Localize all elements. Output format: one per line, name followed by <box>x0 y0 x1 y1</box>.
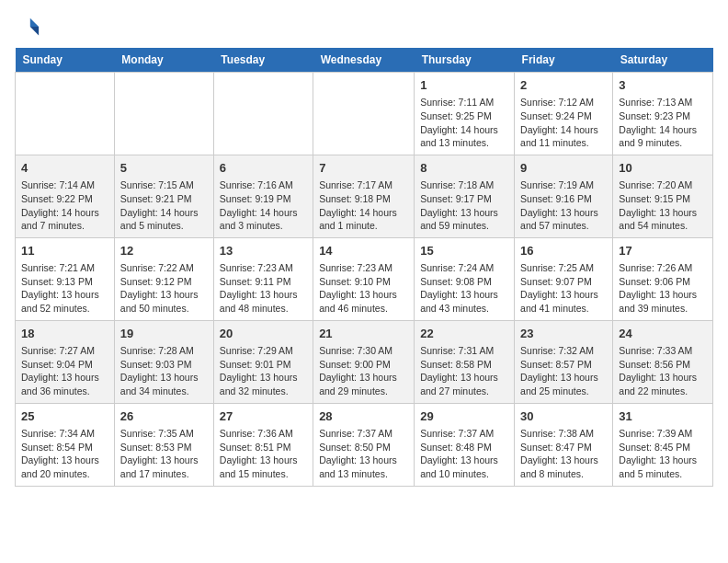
calendar-cell-2-6: 9Sunrise: 7:19 AM Sunset: 9:16 PM Daylig… <box>515 155 613 237</box>
calendar-cell-5-6: 30Sunrise: 7:38 AM Sunset: 8:47 PM Dayli… <box>515 403 613 486</box>
svg-marker-0 <box>30 18 39 27</box>
col-header-thursday: Thursday <box>415 48 515 73</box>
logo <box>15 15 44 40</box>
day-number: 24 <box>619 326 707 342</box>
calendar-cell-1-5: 1Sunrise: 7:11 AM Sunset: 9:25 PM Daylig… <box>415 73 515 155</box>
cell-content: Sunrise: 7:27 AM Sunset: 9:04 PM Dayligh… <box>21 344 108 398</box>
calendar-week-2: 4Sunrise: 7:14 AM Sunset: 9:22 PM Daylig… <box>16 155 713 237</box>
calendar-cell-1-7: 3Sunrise: 7:13 AM Sunset: 9:23 PM Daylig… <box>613 73 713 155</box>
cell-content: Sunrise: 7:11 AM Sunset: 9:25 PM Dayligh… <box>420 96 508 150</box>
calendar-cell-3-2: 12Sunrise: 7:22 AM Sunset: 9:12 PM Dayli… <box>114 237 213 320</box>
cell-content: Sunrise: 7:19 AM Sunset: 9:16 PM Dayligh… <box>520 178 607 233</box>
col-header-tuesday: Tuesday <box>213 48 313 73</box>
calendar-cell-5-4: 28Sunrise: 7:37 AM Sunset: 8:50 PM Dayli… <box>313 403 415 486</box>
day-number: 6 <box>220 160 307 177</box>
cell-content: Sunrise: 7:38 AM Sunset: 8:47 PM Dayligh… <box>520 427 607 481</box>
day-number: 1 <box>420 77 508 94</box>
calendar-cell-1-2 <box>114 73 213 155</box>
day-number: 7 <box>319 160 408 177</box>
calendar-week-4: 18Sunrise: 7:27 AM Sunset: 9:04 PM Dayli… <box>16 320 713 403</box>
cell-content: Sunrise: 7:30 AM Sunset: 9:00 PM Dayligh… <box>319 344 408 398</box>
calendar-cell-3-7: 17Sunrise: 7:26 AM Sunset: 9:06 PM Dayli… <box>613 237 713 320</box>
day-number: 26 <box>120 408 208 425</box>
day-number: 29 <box>420 408 508 425</box>
cell-content: Sunrise: 7:39 AM Sunset: 8:45 PM Dayligh… <box>619 427 707 481</box>
calendar-header-row: SundayMondayTuesdayWednesdayThursdayFrid… <box>16 48 713 73</box>
calendar-cell-4-6: 23Sunrise: 7:32 AM Sunset: 8:57 PM Dayli… <box>515 320 613 403</box>
calendar-cell-2-7: 10Sunrise: 7:20 AM Sunset: 9:15 PM Dayli… <box>613 155 713 237</box>
calendar-cell-5-3: 27Sunrise: 7:36 AM Sunset: 8:51 PM Dayli… <box>213 403 313 486</box>
day-number: 8 <box>420 160 508 177</box>
calendar-cell-5-1: 25Sunrise: 7:34 AM Sunset: 8:54 PM Dayli… <box>16 403 115 486</box>
calendar-cell-1-1 <box>16 73 115 155</box>
day-number: 11 <box>21 243 108 259</box>
calendar-cell-2-5: 8Sunrise: 7:18 AM Sunset: 9:17 PM Daylig… <box>415 155 515 237</box>
cell-content: Sunrise: 7:18 AM Sunset: 9:17 PM Dayligh… <box>420 178 508 233</box>
day-number: 13 <box>220 243 307 259</box>
calendar-cell-4-1: 18Sunrise: 7:27 AM Sunset: 9:04 PM Dayli… <box>16 320 115 403</box>
calendar-cell-3-6: 16Sunrise: 7:25 AM Sunset: 9:07 PM Dayli… <box>515 237 613 320</box>
col-header-friday: Friday <box>515 48 613 73</box>
calendar-cell-5-2: 26Sunrise: 7:35 AM Sunset: 8:53 PM Dayli… <box>114 403 213 486</box>
cell-content: Sunrise: 7:32 AM Sunset: 8:57 PM Dayligh… <box>520 344 607 398</box>
col-header-wednesday: Wednesday <box>313 48 415 73</box>
header <box>15 15 713 40</box>
day-number: 4 <box>21 160 108 177</box>
day-number: 14 <box>319 243 408 259</box>
svg-marker-1 <box>30 27 39 35</box>
cell-content: Sunrise: 7:16 AM Sunset: 9:19 PM Dayligh… <box>220 178 307 233</box>
calendar-cell-4-7: 24Sunrise: 7:33 AM Sunset: 8:56 PM Dayli… <box>613 320 713 403</box>
calendar-week-5: 25Sunrise: 7:34 AM Sunset: 8:54 PM Dayli… <box>16 403 713 486</box>
day-number: 12 <box>120 243 208 259</box>
calendar-cell-2-1: 4Sunrise: 7:14 AM Sunset: 9:22 PM Daylig… <box>16 155 115 237</box>
day-number: 19 <box>120 326 208 342</box>
day-number: 2 <box>520 77 607 94</box>
day-number: 17 <box>619 243 707 259</box>
calendar-cell-4-4: 21Sunrise: 7:30 AM Sunset: 9:00 PM Dayli… <box>313 320 415 403</box>
cell-content: Sunrise: 7:23 AM Sunset: 9:10 PM Dayligh… <box>319 261 408 316</box>
calendar-cell-1-3 <box>213 73 313 155</box>
day-number: 25 <box>21 408 108 425</box>
calendar-cell-3-3: 13Sunrise: 7:23 AM Sunset: 9:11 PM Dayli… <box>213 237 313 320</box>
col-header-monday: Monday <box>114 48 213 73</box>
day-number: 3 <box>619 77 707 94</box>
day-number: 16 <box>520 243 607 259</box>
cell-content: Sunrise: 7:25 AM Sunset: 9:07 PM Dayligh… <box>520 261 607 316</box>
col-header-sunday: Sunday <box>16 48 115 73</box>
day-number: 15 <box>420 243 508 259</box>
calendar-week-3: 11Sunrise: 7:21 AM Sunset: 9:13 PM Dayli… <box>16 237 713 320</box>
day-number: 23 <box>520 326 607 342</box>
cell-content: Sunrise: 7:22 AM Sunset: 9:12 PM Dayligh… <box>120 261 208 316</box>
calendar-cell-3-4: 14Sunrise: 7:23 AM Sunset: 9:10 PM Dayli… <box>313 237 415 320</box>
calendar-cell-2-3: 6Sunrise: 7:16 AM Sunset: 9:19 PM Daylig… <box>213 155 313 237</box>
calendar-cell-4-5: 22Sunrise: 7:31 AM Sunset: 8:58 PM Dayli… <box>415 320 515 403</box>
cell-content: Sunrise: 7:29 AM Sunset: 9:01 PM Dayligh… <box>220 344 307 398</box>
cell-content: Sunrise: 7:23 AM Sunset: 9:11 PM Dayligh… <box>220 261 307 316</box>
calendar-cell-5-7: 31Sunrise: 7:39 AM Sunset: 8:45 PM Dayli… <box>613 403 713 486</box>
cell-content: Sunrise: 7:35 AM Sunset: 8:53 PM Dayligh… <box>120 427 208 481</box>
day-number: 22 <box>420 326 508 342</box>
day-number: 20 <box>220 326 307 342</box>
day-number: 18 <box>21 326 108 342</box>
cell-content: Sunrise: 7:12 AM Sunset: 9:24 PM Dayligh… <box>520 96 607 150</box>
day-number: 30 <box>520 408 607 425</box>
calendar-cell-3-1: 11Sunrise: 7:21 AM Sunset: 9:13 PM Dayli… <box>16 237 115 320</box>
cell-content: Sunrise: 7:17 AM Sunset: 9:18 PM Dayligh… <box>319 178 408 233</box>
logo-icon <box>15 15 40 40</box>
cell-content: Sunrise: 7:13 AM Sunset: 9:23 PM Dayligh… <box>619 96 707 150</box>
calendar-table: SundayMondayTuesdayWednesdayThursdayFrid… <box>15 48 713 487</box>
calendar-cell-4-2: 19Sunrise: 7:28 AM Sunset: 9:03 PM Dayli… <box>114 320 213 403</box>
cell-content: Sunrise: 7:31 AM Sunset: 8:58 PM Dayligh… <box>420 344 508 398</box>
cell-content: Sunrise: 7:24 AM Sunset: 9:08 PM Dayligh… <box>420 261 508 316</box>
cell-content: Sunrise: 7:26 AM Sunset: 9:06 PM Dayligh… <box>619 261 707 316</box>
cell-content: Sunrise: 7:36 AM Sunset: 8:51 PM Dayligh… <box>220 427 307 481</box>
calendar-week-1: 1Sunrise: 7:11 AM Sunset: 9:25 PM Daylig… <box>16 73 713 155</box>
cell-content: Sunrise: 7:21 AM Sunset: 9:13 PM Dayligh… <box>21 261 108 316</box>
calendar-cell-2-4: 7Sunrise: 7:17 AM Sunset: 9:18 PM Daylig… <box>313 155 415 237</box>
day-number: 31 <box>619 408 707 425</box>
day-number: 5 <box>120 160 208 177</box>
day-number: 28 <box>319 408 408 425</box>
calendar-cell-4-3: 20Sunrise: 7:29 AM Sunset: 9:01 PM Dayli… <box>213 320 313 403</box>
cell-content: Sunrise: 7:37 AM Sunset: 8:48 PM Dayligh… <box>420 427 508 481</box>
calendar-cell-1-6: 2Sunrise: 7:12 AM Sunset: 9:24 PM Daylig… <box>515 73 613 155</box>
